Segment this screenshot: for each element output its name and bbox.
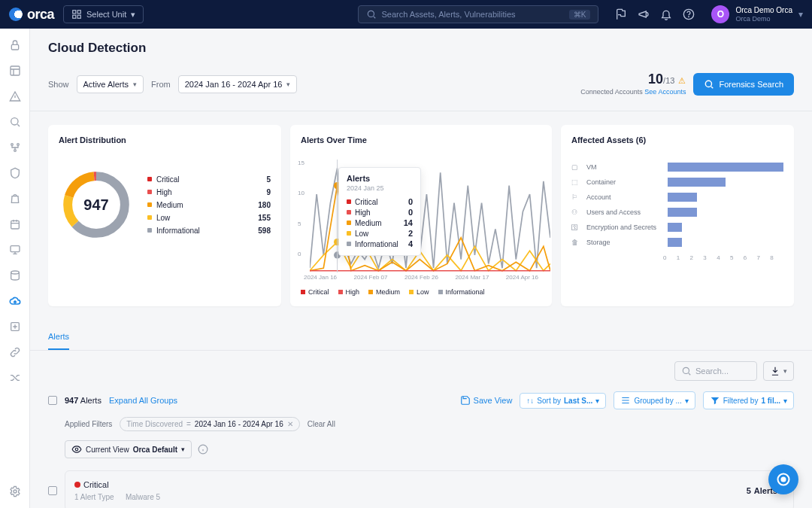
sidebar-item-cloud[interactable] [9, 295, 21, 307]
clear-all-link[interactable]: Clear All [308, 420, 335, 428]
remove-chip-icon[interactable]: ✕ [287, 420, 293, 428]
svg-point-28 [683, 367, 689, 373]
storage-icon: 🗑 [571, 239, 580, 246]
sidebar-item-search[interactable] [9, 116, 21, 128]
sidebar-item-bag[interactable] [9, 193, 21, 205]
sidebar-item-monitor[interactable] [9, 244, 21, 256]
download-button[interactable]: ▾ [763, 361, 794, 381]
logo-text: orca [27, 7, 54, 23]
from-label: From [151, 80, 171, 89]
search-icon [681, 366, 692, 376]
svg-rect-3 [77, 15, 80, 18]
page-title: Cloud Detection [48, 41, 794, 56]
svg-point-9 [11, 118, 17, 125]
show-select[interactable]: Active Alerts▾ [77, 75, 144, 93]
line-chart: 15 10 5 0 [301, 160, 541, 272]
donut-total: 947 [59, 167, 134, 242]
card-alert-distribution: Alert Distribution 947 Critical5 [48, 125, 281, 306]
svg-point-15 [11, 271, 19, 274]
card-affected-assets: Affected Assets (6) ▢VM ⬚Container ⚐Acco… [561, 125, 794, 306]
group-button[interactable]: Grouped by ... ▾ [614, 391, 695, 409]
sidebar-item-db[interactable] [9, 269, 21, 281]
sidebar-item-shield[interactable] [9, 167, 21, 179]
side-nav [0, 29, 30, 508]
logo[interactable]: orca [9, 7, 54, 23]
group-checkbox[interactable] [48, 486, 57, 495]
chat-widget[interactable] [768, 464, 798, 494]
bar-row: ⚐Account [571, 190, 783, 205]
svg-point-6 [689, 17, 689, 17]
filter-chip[interactable]: Time Discovered = 2024 Jan 16 - 2024 Apr… [120, 417, 299, 431]
severity-label: Critical [83, 480, 109, 489]
svg-rect-8 [11, 66, 20, 75]
forensics-search-button[interactable]: Forensics Search [693, 73, 794, 96]
top-nav: orca Select Unit ▾ Search Assets, Alerts… [0, 0, 812, 29]
save-view-button[interactable]: Save View [460, 395, 513, 406]
filter-row: Show Active Alerts▾ From 2024 Jan 16 - 2… [30, 65, 812, 111]
bar-row: 🗑Storage [571, 235, 783, 250]
announce-icon[interactable] [638, 8, 650, 20]
chevron-down-icon: ▾ [131, 10, 135, 20]
expand-all-link[interactable]: Expand All Groups [109, 396, 177, 405]
sidebar-item-settings[interactable] [9, 485, 21, 497]
sidebar-item-link[interactable] [9, 346, 21, 358]
global-search-input[interactable]: Search Assets, Alerts, Vulnerabilities ⌘… [358, 5, 598, 23]
card-title: Affected Assets (6) [571, 135, 783, 144]
help-icon[interactable] [683, 8, 695, 20]
chevron-down-icon: ▾ [798, 9, 803, 20]
search-icon [704, 79, 714, 90]
grid-icon [71, 9, 82, 20]
accounts-num: 10 [648, 71, 663, 87]
sidebar-item-alert[interactable] [9, 90, 21, 102]
select-unit-label: Select Unit [86, 10, 126, 19]
svg-rect-2 [73, 15, 76, 18]
sidebar-item-shuffle[interactable] [9, 372, 21, 384]
sort-button[interactable]: ↑↓ Sort by Last S... ▾ [520, 393, 606, 409]
avatar: O [711, 5, 729, 23]
select-unit-dropdown[interactable]: Select Unit ▾ [63, 5, 144, 23]
search-kbd: ⌘K [569, 10, 591, 20]
bar-row: ▢VM [571, 160, 783, 175]
bar-row: ⚿Encryption and Secrets [571, 220, 783, 235]
key-icon: ⚿ [571, 224, 580, 231]
svg-point-29 [75, 448, 78, 451]
see-accounts-link[interactable]: See Accounts [644, 88, 686, 96]
bar-row: ⬚Container [571, 175, 783, 190]
current-view-select[interactable]: Current View Orca Default ▾ [65, 440, 192, 458]
alert-group-row[interactable]: Critical 1 Alert Type Malware 5 5 Alerts… [65, 470, 794, 508]
sidebar-item-calendar[interactable] [9, 218, 21, 230]
svg-rect-7 [11, 44, 18, 50]
vm-icon: ▢ [571, 163, 580, 171]
applied-filters-label: Applied Filters [65, 420, 112, 428]
sidebar-item-plus[interactable] [9, 321, 21, 333]
tab-alerts[interactable]: Alerts [48, 324, 69, 350]
filter-icon [710, 395, 720, 406]
download-icon [770, 366, 780, 376]
svg-point-11 [17, 144, 19, 146]
list-icon [620, 395, 631, 406]
user-menu[interactable]: O Orca Demo Orca Orca Demo ▾ [711, 5, 803, 23]
select-all-checkbox[interactable] [48, 396, 57, 405]
info-icon[interactable] [198, 444, 208, 455]
logo-icon [9, 8, 23, 21]
topnav-icon-group [615, 8, 695, 20]
account-icon: ⚐ [571, 193, 580, 201]
card-alerts-over-time: Alerts Over Time 15 10 5 0 [290, 125, 552, 306]
svg-rect-1 [77, 11, 80, 14]
user-sub: Orca Demo [735, 15, 792, 23]
chat-icon [776, 472, 791, 487]
filter-button[interactable]: Filtered by 1 fil... ▾ [703, 391, 794, 409]
sidebar-item-graph[interactable] [9, 141, 21, 154]
svg-point-32 [782, 478, 786, 482]
flag-icon[interactable] [615, 8, 627, 20]
svg-point-18 [706, 81, 712, 87]
date-range-select[interactable]: 2024 Jan 16 - 2024 Apr 16▾ [178, 75, 298, 93]
bell-icon[interactable] [660, 8, 672, 20]
alerts-search-input[interactable]: Search... [674, 361, 757, 381]
svg-rect-0 [73, 11, 76, 14]
user-text: Orca Demo Orca Orca Demo [735, 6, 792, 23]
sidebar-item-lock[interactable] [9, 39, 21, 51]
user-name: Orca Demo Orca [735, 6, 792, 15]
container-icon: ⬚ [571, 178, 580, 186]
sidebar-item-layout[interactable] [9, 65, 21, 77]
